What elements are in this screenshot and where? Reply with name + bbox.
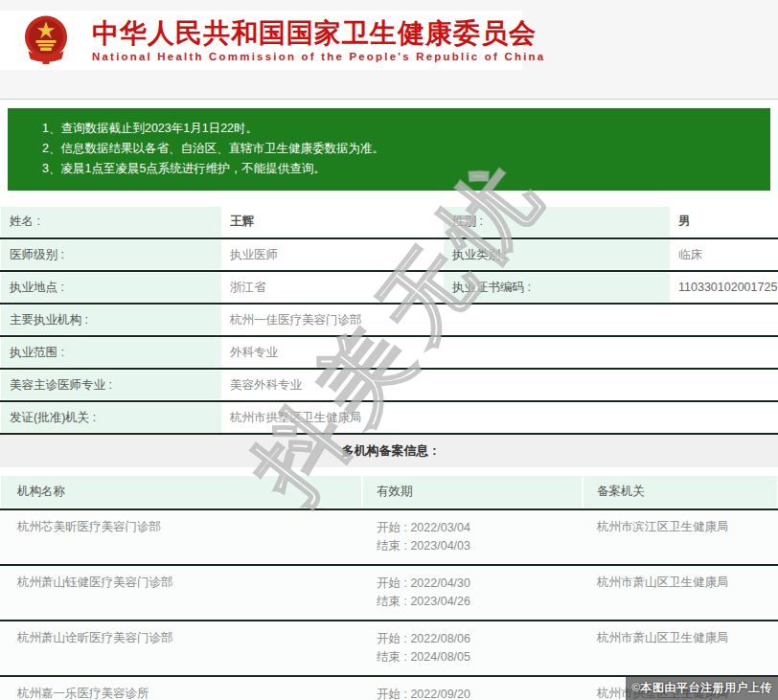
header-titles: 中华人民共和国国家卫生健康委员会 National Health Commiss… (92, 19, 545, 62)
table-row: 执业范围 : 外科专业 (0, 336, 778, 369)
notice-line: 2、信息数据结果以各省、自治区、直辖市卫生健康委数据为准。 (42, 139, 761, 159)
field-value-license-no: 110330102001725 (671, 271, 778, 304)
field-label: 性别 : (443, 206, 671, 238)
column-header-org-name: 机构名称 (0, 475, 362, 509)
field-label: 医师级别 : (0, 238, 222, 271)
field-label: 主要执业机构 : (0, 304, 222, 336)
org-validity: 开始 : 2022/04/30 结束 : 2023/04/26 (362, 565, 583, 621)
multi-org-table: 机构名称 有效期 备案机关 杭州芯美昕医疗美容门诊部 开始 : 2022/03/… (0, 475, 778, 700)
field-value-issuing-authority: 杭州市拱墅区卫生健康局 (222, 401, 778, 434)
org-name: 杭州萧山钰健医疗美容门诊部 (0, 565, 362, 621)
china-national-emblem-icon (0, 12, 92, 68)
column-header-validity: 有效期 (362, 475, 583, 509)
field-value-level: 执业医师 (222, 238, 443, 271)
field-value-cosmetic-specialty: 美容外科专业 (222, 369, 778, 401)
table-row: 发证(批准)机关 : 杭州市拱墅区卫生健康局 (0, 401, 778, 434)
field-value-name: 王辉 (222, 206, 443, 238)
field-label: 美容主诊医师专业 : (0, 369, 222, 401)
notice-line: 3、凌晨1点至凌晨5点系统进行维护，不能提供查询。 (42, 159, 761, 179)
org-validity: 开始 : 2022/09/20 结束 : 2023/09/19 (362, 676, 583, 700)
table-row: 执业地点 : 浙江省 执业证书编码 : 110330102001725 (0, 271, 778, 304)
field-value-location: 浙江省 (222, 271, 443, 304)
org-authority: 杭州市滨江区卫生健康局 (583, 509, 778, 565)
notice-line: 1、查询数据截止到2023年1月1日22时。 (42, 119, 761, 139)
table-header-row: 机构名称 有效期 备案机关 (0, 475, 778, 509)
header-band: 中华人民共和国国家卫生健康委员会 National Health Commiss… (0, 0, 778, 100)
table-row: 杭州萧山钰健医疗美容门诊部 开始 : 2022/04/30 结束 : 2023/… (0, 565, 778, 621)
site-header: 中华人民共和国国家卫生健康委员会 National Health Commiss… (0, 11, 522, 70)
field-label: 执业范围 : (0, 336, 222, 369)
org-name: 杭州芯美昕医疗美容门诊部 (0, 509, 362, 565)
doctor-info-table: 姓名 : 王辉 性别 : 男 医师级别 : 执业医师 执业类别 : 临床 执业地… (0, 206, 778, 435)
field-label: 执业证书编码 : (443, 271, 671, 304)
validity-end: 结束 : 2023/04/26 (377, 593, 583, 611)
validity-start: 开始 : 2022/03/04 (377, 519, 583, 537)
table-row: 医师级别 : 执业医师 执业类别 : 临床 (0, 238, 778, 271)
org-validity: 开始 : 2022/08/06 结束 : 2024/08/05 (362, 621, 583, 676)
field-label: 执业地点 : (0, 271, 222, 304)
org-authority: 杭州市萧山区卫生健康局 (583, 621, 778, 676)
org-name: 杭州萧山诠昕医疗美容门诊部 (0, 621, 362, 676)
validity-start: 开始 : 2022/08/06 (377, 630, 583, 648)
org-validity: 开始 : 2022/03/04 结束 : 2023/04/03 (362, 509, 583, 565)
field-value-main-org: 杭州一佳医疗美容门诊部 (222, 304, 778, 336)
validity-start: 开始 : 2022/09/20 (377, 686, 583, 700)
org-authority: 杭州市萧山区卫生健康局 (583, 565, 778, 621)
page-subtitle: National Health Commission of the People… (92, 51, 545, 62)
column-header-authority: 备案机关 (583, 475, 778, 509)
org-name: 杭州嘉一乐医疗美容诊所 (0, 676, 362, 700)
table-row: 杭州萧山诠昕医疗美容门诊部 开始 : 2022/08/06 结束 : 2024/… (0, 621, 778, 676)
page-title: 中华人民共和国国家卫生健康委员会 (92, 19, 545, 48)
notice-box: 1、查询数据截止到2023年1月1日22时。 2、信息数据结果以各省、自治区、直… (8, 108, 770, 191)
validity-start: 开始 : 2022/04/30 (377, 575, 583, 593)
table-row: 杭州芯美昕医疗美容门诊部 开始 : 2022/03/04 结束 : 2023/0… (0, 509, 778, 565)
field-label: 发证(批准)机关 : (0, 401, 222, 434)
upload-attribution-badge: ©本图由平台注册用户上传 (626, 676, 778, 700)
field-value-category: 临床 (671, 238, 778, 271)
validity-end: 结束 : 2024/08/05 (377, 648, 583, 666)
multi-org-section-title: 多机构备案信息 : (0, 435, 778, 467)
table-row: 美容主诊医师专业 : 美容外科专业 (0, 369, 778, 401)
table-row: 姓名 : 王辉 性别 : 男 (0, 206, 778, 238)
field-value-gender: 男 (671, 206, 778, 238)
field-value-scope: 外科专业 (222, 336, 778, 369)
field-label: 执业类别 : (443, 238, 671, 271)
validity-end: 结束 : 2023/04/03 (377, 537, 583, 555)
field-label: 姓名 : (0, 206, 222, 238)
table-row: 主要执业机构 : 杭州一佳医疗美容门诊部 (0, 304, 778, 336)
